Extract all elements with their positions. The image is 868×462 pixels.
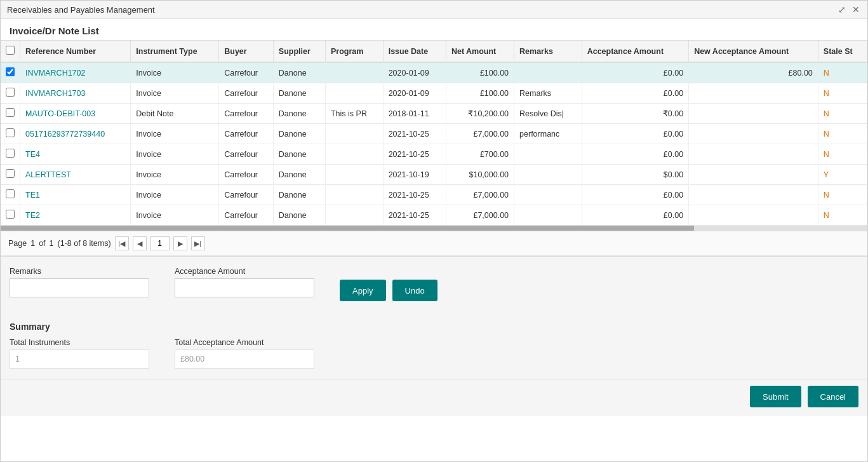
buyer-cell: Carrefour bbox=[219, 205, 274, 226]
program-cell bbox=[325, 185, 383, 205]
header-instrument-type: Instrument Type bbox=[131, 41, 219, 62]
acceptance-amount-label: Acceptance Amount bbox=[175, 267, 314, 276]
table-row: INVMARCH1703InvoiceCarrefourDanone2020-0… bbox=[1, 83, 867, 104]
instrument-type-cell: Invoice bbox=[131, 205, 219, 226]
ref-number-cell[interactable]: 051716293772739440 bbox=[20, 124, 131, 144]
ref-number-cell[interactable]: INVMARCH1703 bbox=[20, 83, 131, 104]
page-number-input[interactable] bbox=[150, 236, 170, 250]
header-remarks: Remarks bbox=[514, 41, 582, 62]
new-acceptance-amount-cell bbox=[689, 83, 818, 104]
row-checkbox[interactable] bbox=[6, 88, 15, 97]
table-row: INVMARCH1702InvoiceCarrefourDanone2020-0… bbox=[1, 62, 867, 83]
remarks-cell bbox=[514, 185, 582, 205]
net-amount-cell: £7,000.00 bbox=[446, 205, 514, 226]
ref-number-cell[interactable]: MAUTO-DEBIT-003 bbox=[20, 104, 131, 124]
buyer-cell: Carrefour bbox=[219, 104, 274, 124]
supplier-cell: Danone bbox=[273, 104, 325, 124]
total-instruments-group: Total Instruments 1 bbox=[10, 338, 149, 369]
form-row: Remarks Acceptance Amount Apply Undo bbox=[10, 267, 858, 301]
program-cell bbox=[325, 165, 383, 185]
row-checkbox[interactable] bbox=[6, 67, 15, 76]
stale-status-cell: N bbox=[818, 104, 867, 124]
acceptance-amount-input[interactable] bbox=[175, 278, 314, 297]
buyer-cell: Carrefour bbox=[219, 144, 274, 165]
remarks-input[interactable] bbox=[10, 278, 149, 297]
instrument-type-cell: Invoice bbox=[131, 124, 219, 144]
ref-number-cell[interactable]: TE1 bbox=[20, 185, 131, 205]
title-bar: Receivables and Payables Management ⤢ ✕ bbox=[1, 1, 867, 19]
next-page-button[interactable]: ▶ bbox=[173, 236, 187, 250]
stale-status-cell: N bbox=[818, 124, 867, 144]
row-checkbox[interactable] bbox=[6, 108, 15, 117]
close-button[interactable]: ✕ bbox=[851, 4, 861, 15]
row-checkbox[interactable] bbox=[6, 149, 15, 158]
total-acceptance-amount-group: Total Acceptance Amount £80.00 bbox=[175, 338, 314, 369]
acceptance-amount-cell: £0.00 bbox=[582, 144, 688, 165]
row-checkbox[interactable] bbox=[6, 169, 15, 178]
horizontal-scrollbar[interactable] bbox=[1, 226, 867, 231]
new-acceptance-amount-cell bbox=[689, 124, 818, 144]
issue-date-cell: 2021-10-19 bbox=[383, 165, 446, 185]
header-buyer: Buyer bbox=[219, 41, 274, 62]
supplier-cell: Danone bbox=[273, 144, 325, 165]
page-label: Page bbox=[8, 239, 27, 248]
ref-number-cell[interactable]: TE2 bbox=[20, 205, 131, 226]
current-page-display: 1 bbox=[30, 239, 35, 248]
header-acceptance-amount: Acceptance Amount bbox=[582, 41, 688, 62]
table-row: 051716293772739440InvoiceCarrefourDanone… bbox=[1, 124, 867, 144]
acceptance-amount-cell: ₹0.00 bbox=[582, 104, 688, 124]
instrument-type-cell: Invoice bbox=[131, 83, 219, 104]
remarks-cell: performanc bbox=[514, 124, 582, 144]
prev-page-button[interactable]: ◀ bbox=[133, 236, 147, 250]
submit-button[interactable]: Submit bbox=[750, 386, 801, 407]
new-acceptance-amount-cell bbox=[689, 205, 818, 226]
issue-date-cell: 2020-01-09 bbox=[383, 83, 446, 104]
expand-button[interactable]: ⤢ bbox=[837, 4, 847, 15]
first-page-button[interactable]: |◀ bbox=[115, 236, 129, 250]
summary-section: Summary Total Instruments 1 Total Accept… bbox=[1, 311, 867, 379]
table-body: INVMARCH1702InvoiceCarrefourDanone2020-0… bbox=[1, 62, 867, 226]
row-checkbox[interactable] bbox=[6, 128, 15, 137]
cancel-button[interactable]: Cancel bbox=[808, 386, 858, 407]
apply-button[interactable]: Apply bbox=[340, 280, 386, 301]
total-instruments-label: Total Instruments bbox=[10, 338, 149, 347]
program-cell bbox=[325, 144, 383, 165]
pagination-bar: Page 1 of 1 (1-8 of 8 items) |◀ ◀ ▶ ▶| bbox=[1, 231, 867, 255]
buyer-cell: Carrefour bbox=[219, 165, 274, 185]
issue-date-cell: 2021-10-25 bbox=[383, 185, 446, 205]
header-new-acceptance-amount: New Acceptance Amount bbox=[689, 41, 818, 62]
new-acceptance-amount-cell bbox=[689, 144, 818, 165]
select-all-checkbox[interactable] bbox=[6, 46, 15, 55]
program-cell bbox=[325, 62, 383, 83]
scrollbar-thumb[interactable] bbox=[1, 226, 694, 231]
ref-number-cell[interactable]: INVMARCH1702 bbox=[20, 62, 131, 83]
issue-date-cell: 2020-01-09 bbox=[383, 62, 446, 83]
instrument-type-cell: Debit Note bbox=[131, 104, 219, 124]
net-amount-cell: £7,000.00 bbox=[446, 185, 514, 205]
instrument-type-cell: Invoice bbox=[131, 144, 219, 165]
program-cell bbox=[325, 83, 383, 104]
row-checkbox[interactable] bbox=[6, 210, 15, 219]
row-checkbox[interactable] bbox=[6, 189, 15, 198]
stale-status-cell: N bbox=[818, 185, 867, 205]
header-net-amount: Net Amount bbox=[446, 41, 514, 62]
supplier-cell: Danone bbox=[273, 124, 325, 144]
instrument-type-cell: Invoice bbox=[131, 62, 219, 83]
issue-date-cell: 2021-10-25 bbox=[383, 205, 446, 226]
last-page-button[interactable]: ▶| bbox=[191, 236, 205, 250]
net-amount-cell: ₹10,200.00 bbox=[446, 104, 514, 124]
ref-number-cell[interactable]: ALERTTEST bbox=[20, 165, 131, 185]
main-window: Receivables and Payables Management ⤢ ✕ … bbox=[0, 0, 868, 462]
program-cell bbox=[325, 124, 383, 144]
buyer-cell: Carrefour bbox=[219, 62, 274, 83]
acceptance-amount-cell: £0.00 bbox=[582, 124, 688, 144]
undo-button[interactable]: Undo bbox=[392, 280, 437, 301]
header-supplier: Supplier bbox=[273, 41, 325, 62]
header-ref-number: Reference Number bbox=[20, 41, 131, 62]
new-acceptance-amount-cell bbox=[689, 104, 818, 124]
stale-status-cell: Y bbox=[818, 165, 867, 185]
ref-number-cell[interactable]: TE4 bbox=[20, 144, 131, 165]
supplier-cell: Danone bbox=[273, 185, 325, 205]
acceptance-amount-group: Acceptance Amount bbox=[175, 267, 314, 297]
table-container: Reference Number Instrument Type Buyer S… bbox=[1, 40, 867, 231]
